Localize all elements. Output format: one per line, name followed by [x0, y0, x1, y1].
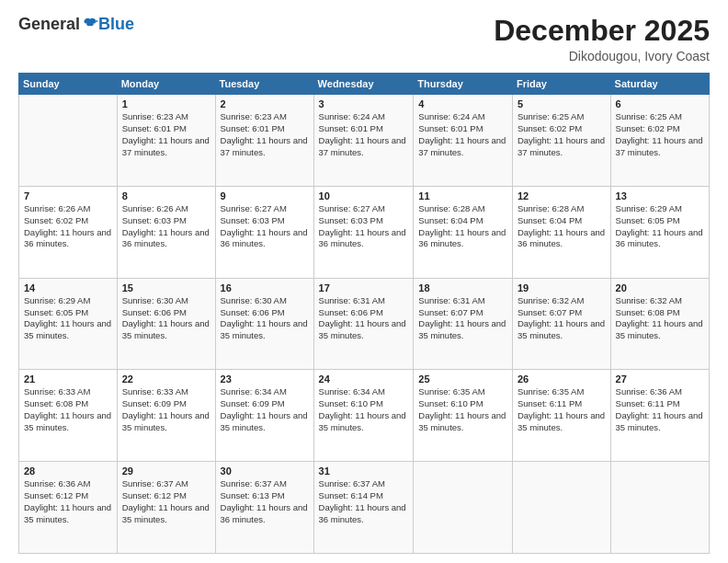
col-saturday: Saturday [610, 74, 709, 95]
calendar-cell: 10Sunrise: 6:27 AM Sunset: 6:03 PM Dayli… [313, 186, 414, 278]
calendar-cell [19, 95, 118, 187]
location: Dikodougou, Ivory Coast [494, 49, 710, 63]
day-number: 28 [24, 465, 112, 477]
day-number: 31 [319, 465, 409, 477]
col-thursday: Thursday [414, 74, 513, 95]
day-info: Sunrise: 6:29 AM Sunset: 6:05 PM Dayligh… [24, 295, 112, 342]
calendar-cell: 3Sunrise: 6:24 AM Sunset: 6:01 PM Daylig… [313, 95, 414, 187]
calendar-cell: 19Sunrise: 6:32 AM Sunset: 6:07 PM Dayli… [512, 278, 610, 370]
col-tuesday: Tuesday [215, 74, 313, 95]
day-number: 17 [319, 282, 409, 293]
calendar-cell: 14Sunrise: 6:29 AM Sunset: 6:05 PM Dayli… [19, 278, 118, 370]
day-info: Sunrise: 6:37 AM Sunset: 6:14 PM Dayligh… [319, 478, 409, 525]
logo-general: General [18, 15, 80, 34]
day-number: 19 [518, 282, 606, 293]
day-number: 7 [24, 190, 112, 201]
header: General Blue December 2025 Dikodougou, I… [18, 15, 710, 63]
calendar-cell: 25Sunrise: 6:35 AM Sunset: 6:10 PM Dayli… [414, 370, 513, 462]
calendar-cell: 24Sunrise: 6:34 AM Sunset: 6:10 PM Dayli… [313, 370, 414, 462]
week-row-4: 28Sunrise: 6:36 AM Sunset: 6:12 PM Dayli… [19, 462, 710, 554]
col-friday: Friday [512, 74, 610, 95]
day-info: Sunrise: 6:30 AM Sunset: 6:06 PM Dayligh… [122, 295, 210, 342]
day-info: Sunrise: 6:30 AM Sunset: 6:06 PM Dayligh… [221, 295, 309, 342]
day-info: Sunrise: 6:37 AM Sunset: 6:13 PM Dayligh… [221, 478, 309, 525]
calendar-cell [414, 462, 513, 554]
day-info: Sunrise: 6:26 AM Sunset: 6:03 PM Dayligh… [122, 203, 210, 250]
calendar-cell: 4Sunrise: 6:24 AM Sunset: 6:01 PM Daylig… [414, 95, 513, 187]
day-number: 25 [418, 373, 507, 385]
day-info: Sunrise: 6:28 AM Sunset: 6:04 PM Dayligh… [418, 203, 507, 250]
day-info: Sunrise: 6:36 AM Sunset: 6:12 PM Dayligh… [24, 478, 112, 525]
day-info: Sunrise: 6:34 AM Sunset: 6:09 PM Dayligh… [221, 386, 309, 433]
day-info: Sunrise: 6:36 AM Sunset: 6:11 PM Dayligh… [616, 386, 704, 433]
day-info: Sunrise: 6:27 AM Sunset: 6:03 PM Dayligh… [319, 203, 409, 250]
week-row-0: 1Sunrise: 6:23 AM Sunset: 6:01 PM Daylig… [19, 95, 710, 187]
title-block: December 2025 Dikodougou, Ivory Coast [494, 15, 710, 63]
day-info: Sunrise: 6:35 AM Sunset: 6:10 PM Dayligh… [418, 386, 507, 433]
calendar-cell: 20Sunrise: 6:32 AM Sunset: 6:08 PM Dayli… [610, 278, 709, 370]
day-number: 15 [122, 282, 210, 293]
day-info: Sunrise: 6:28 AM Sunset: 6:04 PM Dayligh… [518, 203, 606, 250]
calendar-cell: 5Sunrise: 6:25 AM Sunset: 6:02 PM Daylig… [512, 95, 610, 187]
logo: General Blue [18, 15, 134, 34]
calendar-cell: 12Sunrise: 6:28 AM Sunset: 6:04 PM Dayli… [512, 186, 610, 278]
calendar-cell: 30Sunrise: 6:37 AM Sunset: 6:13 PM Dayli… [215, 462, 313, 554]
day-number: 12 [518, 190, 606, 201]
calendar-cell: 8Sunrise: 6:26 AM Sunset: 6:03 PM Daylig… [117, 186, 215, 278]
day-info: Sunrise: 6:33 AM Sunset: 6:08 PM Dayligh… [24, 386, 112, 433]
day-number: 23 [221, 373, 309, 385]
calendar-cell: 16Sunrise: 6:30 AM Sunset: 6:06 PM Dayli… [215, 278, 313, 370]
calendar-cell: 6Sunrise: 6:25 AM Sunset: 6:02 PM Daylig… [610, 95, 709, 187]
day-number: 16 [221, 282, 309, 293]
day-info: Sunrise: 6:31 AM Sunset: 6:06 PM Dayligh… [319, 295, 409, 342]
day-info: Sunrise: 6:26 AM Sunset: 6:02 PM Dayligh… [24, 203, 112, 250]
calendar-cell: 11Sunrise: 6:28 AM Sunset: 6:04 PM Dayli… [414, 186, 513, 278]
calendar-cell: 21Sunrise: 6:33 AM Sunset: 6:08 PM Dayli… [19, 370, 118, 462]
calendar-cell: 1Sunrise: 6:23 AM Sunset: 6:01 PM Daylig… [117, 95, 215, 187]
day-number: 9 [221, 190, 309, 201]
day-number: 4 [418, 98, 507, 109]
calendar-cell: 31Sunrise: 6:37 AM Sunset: 6:14 PM Dayli… [313, 462, 414, 554]
day-number: 18 [418, 282, 507, 293]
day-info: Sunrise: 6:25 AM Sunset: 6:02 PM Dayligh… [518, 111, 606, 158]
day-info: Sunrise: 6:32 AM Sunset: 6:07 PM Dayligh… [518, 295, 606, 342]
day-number: 24 [319, 373, 409, 385]
day-info: Sunrise: 6:31 AM Sunset: 6:07 PM Dayligh… [418, 295, 507, 342]
calendar-cell: 28Sunrise: 6:36 AM Sunset: 6:12 PM Dayli… [19, 462, 118, 554]
day-number: 6 [616, 98, 704, 109]
day-number: 8 [122, 190, 210, 201]
day-number: 13 [616, 190, 704, 201]
day-number: 1 [122, 98, 210, 109]
day-info: Sunrise: 6:34 AM Sunset: 6:10 PM Dayligh… [319, 386, 409, 433]
day-number: 5 [518, 98, 606, 109]
day-number: 14 [24, 282, 112, 293]
logo-text: General Blue [18, 15, 134, 34]
logo-blue: Blue [98, 15, 134, 34]
day-number: 2 [221, 98, 309, 109]
calendar-table: Sunday Monday Tuesday Wednesday Thursday… [18, 73, 710, 554]
day-info: Sunrise: 6:29 AM Sunset: 6:05 PM Dayligh… [616, 203, 704, 250]
calendar-cell: 9Sunrise: 6:27 AM Sunset: 6:03 PM Daylig… [215, 186, 313, 278]
day-number: 10 [319, 190, 409, 201]
day-info: Sunrise: 6:37 AM Sunset: 6:12 PM Dayligh… [122, 478, 210, 525]
calendar-cell: 29Sunrise: 6:37 AM Sunset: 6:12 PM Dayli… [117, 462, 215, 554]
day-number: 11 [418, 190, 507, 201]
month-title: December 2025 [494, 15, 710, 47]
day-number: 26 [518, 373, 606, 385]
calendar-cell: 2Sunrise: 6:23 AM Sunset: 6:01 PM Daylig… [215, 95, 313, 187]
calendar-cell: 17Sunrise: 6:31 AM Sunset: 6:06 PM Dayli… [313, 278, 414, 370]
day-number: 27 [616, 373, 704, 385]
day-info: Sunrise: 6:27 AM Sunset: 6:03 PM Dayligh… [221, 203, 309, 250]
calendar-cell: 18Sunrise: 6:31 AM Sunset: 6:07 PM Dayli… [414, 278, 513, 370]
header-row: Sunday Monday Tuesday Wednesday Thursday… [19, 74, 710, 95]
col-wednesday: Wednesday [313, 74, 414, 95]
col-sunday: Sunday [19, 74, 118, 95]
week-row-1: 7Sunrise: 6:26 AM Sunset: 6:02 PM Daylig… [19, 186, 710, 278]
day-number: 30 [221, 465, 309, 477]
day-number: 22 [122, 373, 210, 385]
day-info: Sunrise: 6:24 AM Sunset: 6:01 PM Dayligh… [319, 111, 409, 158]
calendar-cell: 23Sunrise: 6:34 AM Sunset: 6:09 PM Dayli… [215, 370, 313, 462]
day-info: Sunrise: 6:23 AM Sunset: 6:01 PM Dayligh… [122, 111, 210, 158]
week-row-3: 21Sunrise: 6:33 AM Sunset: 6:08 PM Dayli… [19, 370, 710, 462]
day-info: Sunrise: 6:25 AM Sunset: 6:02 PM Dayligh… [616, 111, 704, 158]
